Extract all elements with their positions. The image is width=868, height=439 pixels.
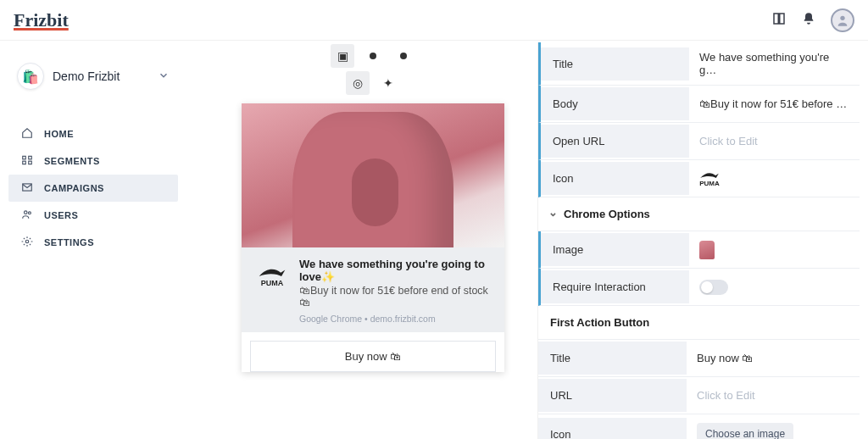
sidebar-nav: HOME SEGMENTS CAMPAIGNS USERS SETTINGS [8, 120, 178, 256]
sidebar-item-settings[interactable]: SETTINGS [8, 229, 178, 256]
section-first-action: First Action Button [538, 306, 860, 340]
require-interaction-toggle[interactable] [699, 280, 728, 295]
topbar: Frizbit [0, 0, 868, 41]
brand-label: PUMA [261, 279, 284, 287]
toolbar-target-icon[interactable]: ◎ [346, 71, 370, 95]
topbar-icons [771, 8, 854, 32]
svg-rect-4 [29, 161, 32, 164]
sidebar-item-home[interactable]: HOME [8, 120, 178, 147]
gear-icon [20, 236, 34, 249]
field-open-url[interactable]: Open URL Click to Edit [538, 123, 860, 160]
preview-area: ▣ ◎ ✦ PUMA We have something you're goin… [220, 41, 526, 439]
preview-toolbar-row-1: ▣ [220, 44, 526, 68]
svg-point-7 [28, 212, 31, 214]
sidebar-item-campaigns[interactable]: CAMPAIGNS [8, 175, 178, 202]
segments-icon [20, 154, 34, 168]
svg-point-0 [840, 15, 844, 19]
sidebar-item-label: SEGMENTS [44, 156, 100, 166]
preview-image [242, 103, 504, 247]
field-body[interactable]: Body 🛍Buy it now for 51€ before … [538, 86, 860, 123]
sidebar-item-label: CAMPAIGNS [44, 183, 104, 193]
field-label: URL [538, 379, 687, 412]
users-icon [20, 208, 34, 222]
book-icon[interactable] [771, 11, 787, 29]
field-label: Require Interaction [541, 270, 689, 303]
notification-preview-card: PUMA We have something you're going to l… [242, 103, 504, 372]
field-value: Choose an image [687, 414, 860, 439]
sidebar-item-users[interactable]: USERS [8, 202, 178, 229]
sidebar-item-segments[interactable]: SEGMENTS [8, 147, 178, 175]
preview-meta: Google Chrome • demo.frizbit.com [299, 314, 492, 324]
svg-rect-1 [23, 156, 26, 159]
svg-rect-3 [23, 161, 26, 164]
field-require-interaction[interactable]: Require Interaction [538, 269, 860, 306]
product-illustration [292, 112, 453, 247]
brand-icon: PUMA [253, 258, 291, 295]
field-label: Title [541, 47, 689, 81]
preview-cta-button[interactable]: Buy now 🛍 [250, 341, 496, 372]
preview-toolbar-row-2: ◎ ✦ [220, 71, 526, 95]
preview-body-text: 🛍Buy it now for 51€ before end of stock🛍 [299, 285, 492, 308]
field-value[interactable] [689, 232, 860, 268]
field-label: Icon [541, 162, 689, 195]
field-label: Body [541, 87, 689, 120]
field-value[interactable]: We have something you're g… [689, 42, 860, 85]
bell-icon[interactable] [802, 12, 815, 28]
sidebar-item-label: SETTINGS [44, 237, 94, 247]
sidebar-item-label: USERS [44, 210, 78, 220]
field-action-title[interactable]: Title Buy now 🛍 [538, 340, 860, 377]
field-value[interactable]: 🛍Buy it now for 51€ before … [689, 89, 860, 119]
site-name: Demo Frizbit [53, 69, 149, 83]
svg-rect-2 [29, 156, 32, 159]
field-image[interactable]: Image [538, 231, 860, 269]
field-value[interactable]: Buy now 🛍 [687, 343, 860, 373]
sidebar: 🛍️ Demo Frizbit HOME SEGMENTS CAMPAIGNS [0, 41, 186, 439]
section-chrome-options[interactable]: Chrome Options [538, 197, 860, 231]
config-panel: Title We have something you're g… Body 🛍… [537, 42, 860, 439]
campaigns-icon [20, 181, 34, 195]
field-placeholder[interactable]: Click to Edit [687, 381, 860, 410]
brand-label: PUMA [699, 180, 720, 187]
preview-title: We have something you're going to love✨ [299, 258, 492, 283]
toolbar-dot-a[interactable] [361, 44, 385, 68]
field-action-url[interactable]: URL Click to Edit [538, 377, 860, 414]
field-title[interactable]: Title We have something you're g… [538, 42, 860, 86]
field-label: Icon [538, 418, 687, 440]
image-thumbnail [699, 241, 715, 259]
preview-body: PUMA We have something you're going to l… [242, 247, 504, 332]
field-action-icon[interactable]: Icon Choose an image [538, 414, 860, 439]
svg-point-6 [25, 211, 28, 214]
field-icon[interactable]: Icon PUMA [538, 160, 860, 197]
toolbar-fire-icon[interactable]: ✦ [376, 71, 400, 95]
field-label: Image [541, 233, 689, 266]
brand-logo[interactable]: Frizbit [14, 9, 69, 31]
site-badge-icon: 🛍️ [17, 63, 44, 90]
avatar[interactable] [831, 8, 854, 32]
sidebar-item-label: HOME [44, 129, 74, 139]
brand-icon: PUMA [699, 170, 720, 187]
field-value[interactable]: PUMA [689, 162, 860, 196]
choose-image-button[interactable]: Choose an image [697, 423, 793, 439]
toolbar-dot-b[interactable] [392, 44, 415, 68]
toolbar-app-icon[interactable]: ▣ [331, 44, 354, 68]
field-placeholder[interactable]: Click to Edit [689, 126, 860, 156]
field-value [689, 271, 860, 303]
chevron-down-icon [158, 69, 170, 84]
field-label: Open URL [541, 125, 689, 158]
home-icon [20, 127, 34, 141]
field-label: Title [538, 342, 687, 375]
svg-point-8 [25, 240, 29, 243]
site-selector[interactable]: 🛍️ Demo Frizbit [8, 56, 178, 97]
